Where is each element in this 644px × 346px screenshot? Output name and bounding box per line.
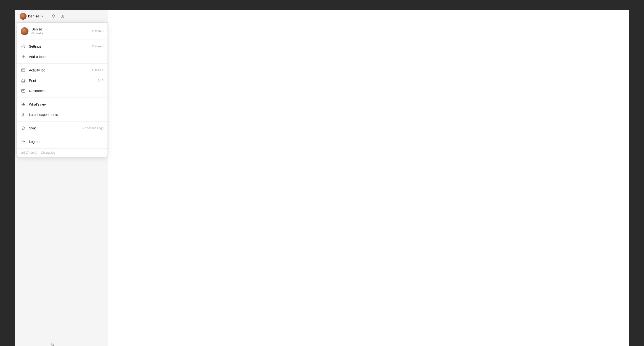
add-team-menu-item[interactable]: Add a team bbox=[17, 52, 108, 62]
bell-icon bbox=[52, 14, 56, 18]
footer-dot: · bbox=[38, 151, 39, 154]
logout-label: Log out bbox=[29, 140, 40, 144]
menu-user-section: Denise 0/5 tasks O then P bbox=[17, 23, 108, 40]
activity-log-label: Activity log bbox=[29, 68, 46, 73]
logout-menu-item[interactable]: Log out bbox=[17, 137, 108, 147]
version-text: v6317 (beta) bbox=[20, 151, 37, 154]
gift-icon bbox=[20, 102, 26, 107]
menu-logout-section: Log out bbox=[17, 135, 108, 149]
svg-point-2 bbox=[23, 46, 24, 47]
menu-user-tasks: 0/5 tasks bbox=[32, 32, 89, 35]
latest-experiments-menu-item[interactable]: Latest experiments bbox=[17, 110, 108, 120]
chevron-down-icon bbox=[41, 15, 44, 18]
sync-label: Sync bbox=[29, 126, 36, 130]
menu-avatar bbox=[20, 27, 28, 35]
resources-menu-item[interactable]: Resources › bbox=[17, 86, 108, 96]
resources-icon bbox=[20, 88, 26, 94]
layout-icon bbox=[60, 14, 64, 18]
menu-sync-section: Sync 27 seconds ago bbox=[17, 122, 108, 135]
svg-rect-1 bbox=[62, 15, 64, 18]
add-team-label: Add a team bbox=[29, 55, 47, 59]
sync-menu-item[interactable]: Sync 27 seconds ago bbox=[17, 123, 108, 133]
resources-arrow-icon: › bbox=[102, 89, 104, 93]
user-menu-button[interactable]: Denise bbox=[18, 12, 46, 21]
layout-button[interactable] bbox=[58, 12, 66, 20]
menu-user-item[interactable]: Denise 0/5 tasks O then P bbox=[17, 24, 108, 38]
print-label: Print bbox=[29, 78, 36, 83]
main-content bbox=[108, 10, 629, 346]
logout-icon bbox=[20, 139, 26, 144]
menu-user-name: Denise bbox=[32, 27, 89, 32]
sync-icon bbox=[20, 126, 26, 131]
add-icon bbox=[20, 54, 26, 60]
dropdown-menu: Denise 0/5 tasks O then P Settings O the… bbox=[17, 23, 108, 157]
print-icon bbox=[20, 78, 26, 83]
notifications-button[interactable] bbox=[50, 12, 58, 20]
avatar bbox=[20, 13, 26, 20]
svg-rect-4 bbox=[22, 81, 24, 82]
settings-icon bbox=[20, 44, 26, 49]
settings-label: Settings bbox=[29, 44, 42, 49]
whats-new-label: What's new bbox=[29, 102, 47, 107]
activity-log-icon bbox=[20, 68, 26, 73]
menu-activity-section: Activity log G then A Print ⌘ P bbox=[17, 64, 108, 98]
flask-icon bbox=[20, 112, 26, 117]
menu-user-content: Denise 0/5 tasks bbox=[32, 27, 89, 35]
print-menu-item[interactable]: Print ⌘ P bbox=[17, 75, 108, 86]
resources-label: Resources bbox=[29, 89, 46, 93]
menu-settings-section: Settings O then S Add a team bbox=[17, 40, 108, 64]
app-container: Denise bbox=[15, 10, 629, 346]
latest-experiments-label: Latest experiments bbox=[29, 113, 58, 117]
settings-shortcut: O then S bbox=[92, 45, 104, 48]
changelog-link[interactable]: Changelog bbox=[41, 151, 55, 154]
activity-log-menu-item[interactable]: Activity log G then A bbox=[17, 65, 108, 75]
svg-rect-0 bbox=[61, 15, 62, 18]
whats-new-menu-item[interactable]: What's new bbox=[17, 99, 108, 110]
svg-rect-3 bbox=[22, 69, 25, 72]
menu-whats-new-section: What's new Latest experiments bbox=[17, 98, 108, 122]
menu-footer: v6317 (beta) · Changelog bbox=[17, 149, 108, 157]
sync-time: 27 seconds ago bbox=[83, 126, 104, 130]
settings-menu-item[interactable]: Settings O then S bbox=[17, 41, 108, 52]
print-shortcut: ⌘ P bbox=[98, 79, 104, 82]
topbar-icons bbox=[50, 12, 66, 20]
svg-rect-6 bbox=[22, 89, 25, 92]
svg-rect-5 bbox=[22, 79, 24, 80]
menu-user-shortcut: O then P bbox=[92, 30, 104, 33]
cursor-indicator: ☟ bbox=[51, 341, 55, 346]
user-name-label: Denise bbox=[28, 14, 39, 18]
activity-log-shortcut: G then A bbox=[92, 69, 104, 72]
